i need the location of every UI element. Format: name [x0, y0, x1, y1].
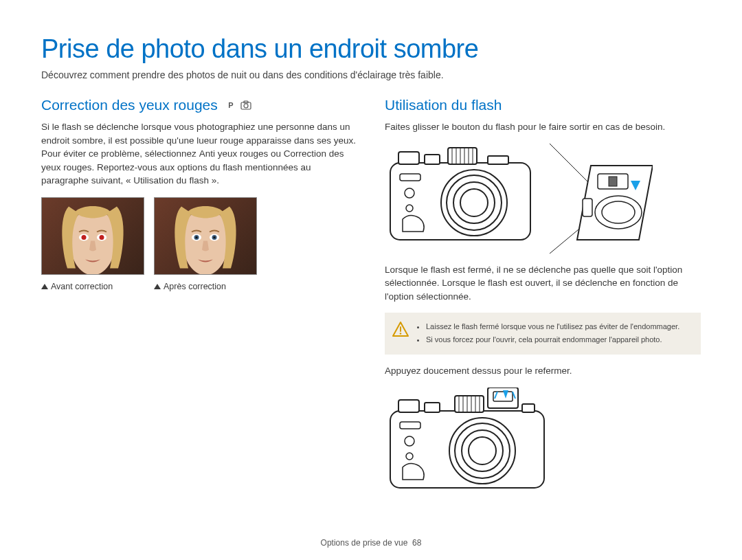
mode-camera-icon — [240, 99, 252, 111]
svg-point-11 — [196, 236, 198, 238]
footer-label: Options de prise de vue — [321, 538, 408, 548]
caption-before-text: Avant correction — [51, 282, 113, 291]
svg-rect-35 — [583, 199, 592, 216]
body-mid: ou — [268, 148, 284, 159]
svg-point-12 — [214, 236, 216, 238]
page-footer: Options de prise de vue 68 — [0, 538, 742, 548]
photo-after — [154, 197, 257, 275]
camera-front-icon — [385, 144, 536, 247]
section-heading-flash: Utilisation du flash — [385, 97, 701, 113]
camera-illustration-open — [385, 144, 701, 254]
example-photos — [41, 197, 357, 275]
svg-rect-48 — [488, 388, 518, 408]
svg-rect-23 — [488, 156, 508, 164]
svg-point-5 — [82, 235, 87, 240]
flash-p1: Faites glisser le bouton du flash pour l… — [385, 120, 701, 134]
section-heading-redeye: Correction des yeux rouges P — [41, 97, 357, 113]
page-number: 68 — [412, 538, 421, 548]
face-corrected-icon — [168, 203, 243, 275]
svg-point-37 — [400, 333, 402, 335]
page-title: Prise de photo dans un endroit sombre — [41, 34, 701, 64]
right-column: Utilisation du flash Faites glisser le b… — [385, 97, 701, 501]
redeye-body: Si le flash se déclenche lorsque vous ph… — [41, 120, 357, 188]
svg-rect-14 — [398, 152, 419, 164]
svg-rect-39 — [398, 400, 419, 412]
heading-text: Correction des yeux rouges — [41, 97, 218, 113]
flash-p3: Appuyez doucement dessus pour le referme… — [385, 364, 701, 378]
svg-rect-40 — [425, 403, 440, 412]
heading-text: Utilisation du flash — [385, 97, 502, 113]
photo-before — [41, 197, 144, 275]
note-item: Laissez le flash fermé lorsque vous ne l… — [426, 321, 679, 333]
triangle-up-icon — [41, 284, 48, 289]
left-column: Correction des yeux rouges P Si le flash… — [41, 97, 357, 501]
svg-point-2 — [244, 104, 248, 108]
caption-after-text: Après correction — [164, 282, 226, 291]
svg-rect-15 — [425, 155, 440, 164]
svg-point-6 — [100, 235, 104, 240]
two-column-layout: Correction des yeux rouges P Si le flash… — [41, 97, 701, 501]
note-list: Laissez le flash fermé lorsque vous ne l… — [416, 321, 679, 346]
page-intro: Découvrez comment prendre des photos de … — [41, 69, 701, 80]
svg-rect-32 — [609, 177, 617, 186]
svg-rect-52 — [522, 404, 535, 412]
manual-page: Prise de photo dans un endroit sombre Dé… — [0, 0, 742, 560]
svg-point-53 — [449, 418, 515, 484]
camera-close-flash-icon — [385, 388, 550, 494]
svg-point-24 — [441, 170, 507, 236]
note-item: Si vous forcez pour l'ouvrir, cela pourr… — [426, 334, 679, 346]
caption-before: Avant correction — [41, 282, 144, 291]
mode-icons: P — [225, 99, 252, 111]
warning-icon — [392, 321, 409, 339]
body-bold1: Anti yeux rouges — [199, 148, 269, 159]
mode-p-icon: P — [225, 99, 237, 111]
triangle-up-icon — [154, 284, 161, 289]
photo-captions: Avant correction Après correction — [41, 282, 357, 291]
camera-top-zoom-icon — [550, 144, 653, 254]
caption-after: Après correction — [154, 282, 257, 291]
caution-note: Laissez le flash fermé lorsque vous ne l… — [385, 313, 701, 355]
flash-p2: Lorsque le flash est fermé, il ne se déc… — [385, 263, 701, 304]
face-redeye-icon — [55, 203, 131, 275]
